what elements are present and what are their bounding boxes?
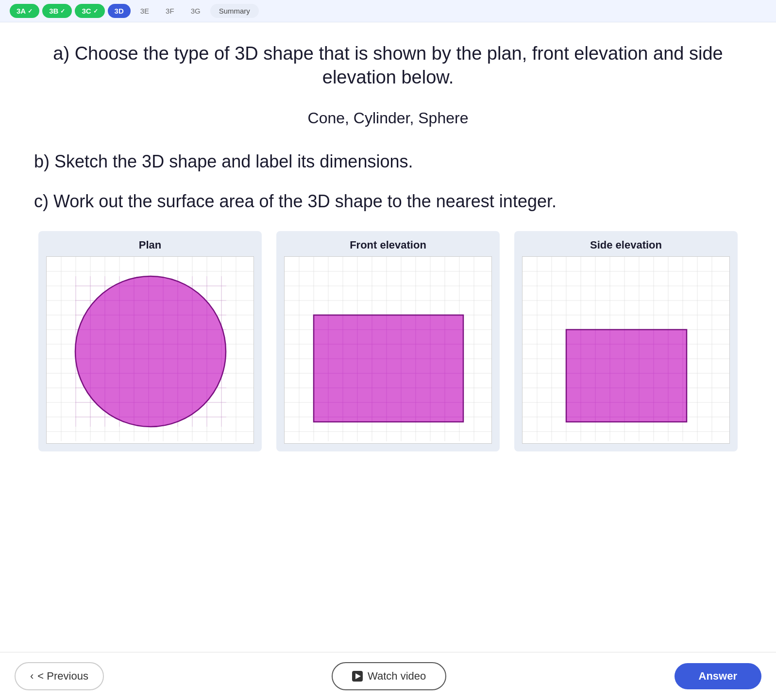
side-elevation-title: Side elevation bbox=[522, 239, 730, 251]
plan-title: Plan bbox=[46, 239, 254, 251]
plan-svg bbox=[47, 257, 254, 441]
question-part-a: a) Choose the type of 3D shape that is s… bbox=[29, 42, 747, 90]
tab-3C[interactable]: 3C ✓ bbox=[75, 4, 104, 18]
plan-grid-container bbox=[46, 256, 254, 444]
previous-label: < Previous bbox=[37, 670, 88, 683]
question-part-c: c) Work out the surface area of the 3D s… bbox=[29, 191, 747, 212]
tab-3B[interactable]: 3B ✓ bbox=[42, 4, 72, 18]
checkmark-3B: ✓ bbox=[60, 8, 65, 15]
svg-rect-117 bbox=[566, 330, 687, 422]
plan-card: Plan bbox=[38, 231, 262, 451]
tab-3A[interactable]: 3A ✓ bbox=[10, 4, 39, 18]
front-elevation-svg bbox=[285, 257, 492, 441]
tab-3D-label: 3D bbox=[115, 7, 124, 15]
shape-options: Cone, Cylinder, Sphere bbox=[29, 109, 747, 127]
front-elevation-grid-container bbox=[284, 256, 492, 444]
tab-3B-label: 3B bbox=[49, 7, 58, 15]
side-elevation-grid-container bbox=[522, 256, 730, 444]
bottom-bar: ‹ < Previous Watch video Answer bbox=[0, 652, 776, 700]
side-elevation-svg bbox=[523, 257, 730, 441]
front-elevation-title: Front elevation bbox=[284, 239, 492, 251]
watch-video-button[interactable]: Watch video bbox=[332, 662, 446, 690]
previous-button[interactable]: ‹ < Previous bbox=[15, 662, 104, 690]
tab-summary[interactable]: Summary bbox=[210, 4, 259, 18]
checkmark-3C: ✓ bbox=[93, 8, 98, 15]
side-elevation-card: Side elevation bbox=[514, 231, 738, 451]
main-content: a) Choose the type of 3D shape that is s… bbox=[0, 22, 776, 683]
front-elevation-card: Front elevation bbox=[276, 231, 500, 451]
tab-3F-label: 3F bbox=[166, 7, 174, 15]
svg-rect-74 bbox=[314, 315, 463, 422]
question-part-b: b) Sketch the 3D shape and label its dim… bbox=[29, 151, 747, 172]
diagrams-section: Plan bbox=[29, 231, 747, 451]
watch-video-label: Watch video bbox=[368, 670, 426, 683]
video-play-icon bbox=[352, 671, 363, 682]
tab-summary-label: Summary bbox=[219, 7, 250, 15]
tab-3A-label: 3A bbox=[17, 7, 26, 15]
answer-label: Answer bbox=[699, 670, 737, 682]
checkmark-3A: ✓ bbox=[28, 8, 33, 15]
svg-point-26 bbox=[75, 276, 226, 427]
tab-3D[interactable]: 3D bbox=[108, 4, 131, 18]
previous-arrow-icon: ‹ bbox=[30, 670, 34, 683]
navigation-bar: 3A ✓ 3B ✓ 3C ✓ 3D 3E 3F 3G Summary bbox=[0, 0, 776, 22]
tab-3G[interactable]: 3G bbox=[184, 4, 207, 18]
tab-3F[interactable]: 3F bbox=[159, 4, 181, 18]
tab-3C-label: 3C bbox=[82, 7, 91, 15]
answer-button[interactable]: Answer bbox=[675, 663, 761, 689]
tab-3G-label: 3G bbox=[191, 7, 201, 15]
tab-3E-label: 3E bbox=[140, 7, 149, 15]
tab-3E[interactable]: 3E bbox=[134, 4, 156, 18]
